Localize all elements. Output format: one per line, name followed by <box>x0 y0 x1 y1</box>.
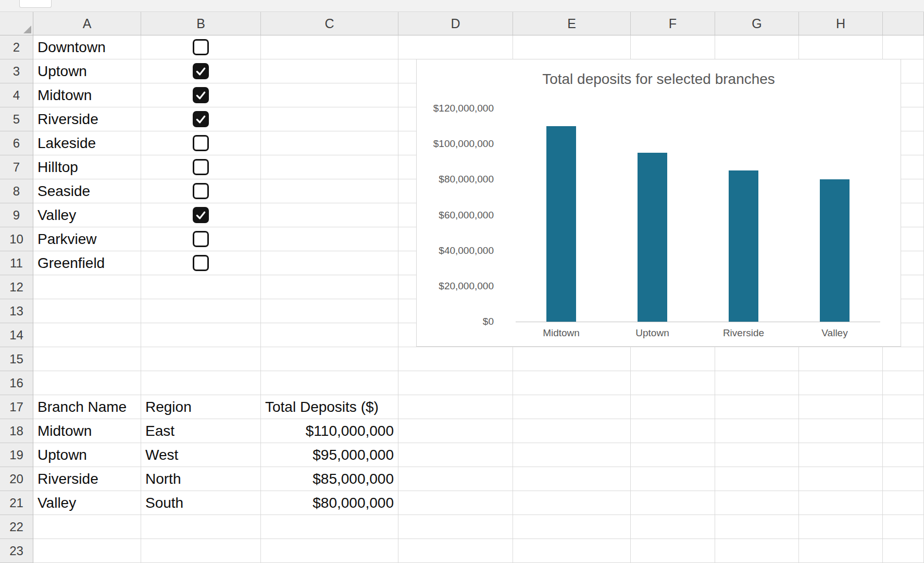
cell-B11[interactable] <box>141 251 261 275</box>
row-header-5[interactable]: 5 <box>0 107 33 131</box>
cell-H23[interactable] <box>799 539 883 563</box>
row-header-13[interactable]: 13 <box>0 299 33 323</box>
row-header-23[interactable]: 23 <box>0 539 33 563</box>
cell-B3[interactable] <box>141 59 261 83</box>
checkbox-lakeside[interactable] <box>193 135 209 151</box>
cell-B17[interactable]: Region <box>141 395 261 419</box>
bar-riverside[interactable] <box>729 170 758 322</box>
cell-B7[interactable] <box>141 155 261 179</box>
cell-H18[interactable] <box>799 419 883 443</box>
cell-A7[interactable]: Hilltop <box>33 155 141 179</box>
cell-A3[interactable]: Uptown <box>33 59 141 83</box>
column-header-D[interactable]: D <box>398 12 513 35</box>
cell-G18[interactable] <box>715 419 799 443</box>
row-header-4[interactable]: 4 <box>0 83 33 107</box>
cell-G16[interactable] <box>715 371 799 395</box>
cell-I16[interactable] <box>883 371 924 395</box>
cell-I19[interactable] <box>883 443 924 467</box>
cell-B20[interactable]: North <box>141 467 261 491</box>
cell-G2[interactable] <box>715 35 799 59</box>
cell-A8[interactable]: Seaside <box>33 179 141 203</box>
cell-H22[interactable] <box>799 515 883 539</box>
cell-F15[interactable] <box>631 347 715 371</box>
cell-C10[interactable] <box>261 227 398 251</box>
cell-D18[interactable] <box>398 419 513 443</box>
cell-B13[interactable] <box>141 299 261 323</box>
cell-B6[interactable] <box>141 131 261 155</box>
cell-H21[interactable] <box>799 491 883 515</box>
bar-midtown[interactable] <box>546 126 576 322</box>
cell-I2[interactable] <box>883 35 924 59</box>
cell-C4[interactable] <box>261 83 398 107</box>
cell-B5[interactable] <box>141 107 261 131</box>
cell-C5[interactable] <box>261 107 398 131</box>
checkbox-seaside[interactable] <box>193 183 209 199</box>
cell-H20[interactable] <box>799 467 883 491</box>
column-header-A[interactable]: A <box>33 12 141 35</box>
cell-I17[interactable] <box>883 395 924 419</box>
column-header-E[interactable]: E <box>513 12 631 35</box>
cell-D15[interactable] <box>398 347 513 371</box>
checkbox-parkview[interactable] <box>193 231 209 247</box>
cell-F16[interactable] <box>631 371 715 395</box>
row-header-18[interactable]: 18 <box>0 419 33 443</box>
row-header-19[interactable]: 19 <box>0 443 33 467</box>
cell-F23[interactable] <box>631 539 715 563</box>
cell-A13[interactable] <box>33 299 141 323</box>
cell-A9[interactable]: Valley <box>33 203 141 227</box>
cell-B16[interactable] <box>141 371 261 395</box>
column-header-H[interactable]: H <box>799 12 883 35</box>
cell-I20[interactable] <box>883 467 924 491</box>
cell-D21[interactable] <box>398 491 513 515</box>
cell-A2[interactable]: Downtown <box>33 35 141 59</box>
row-header-6[interactable]: 6 <box>0 131 33 155</box>
cell-H16[interactable] <box>799 371 883 395</box>
cell-C22[interactable] <box>261 515 398 539</box>
cell-B2[interactable] <box>141 35 261 59</box>
cell-B15[interactable] <box>141 347 261 371</box>
checkbox-valley[interactable] <box>193 207 209 223</box>
cell-C16[interactable] <box>261 371 398 395</box>
cell-E16[interactable] <box>513 371 631 395</box>
cell-C2[interactable] <box>261 35 398 59</box>
cell-C11[interactable] <box>261 251 398 275</box>
column-header-F[interactable]: F <box>631 12 715 35</box>
cell-C7[interactable] <box>261 155 398 179</box>
cell-E15[interactable] <box>513 347 631 371</box>
cell-E18[interactable] <box>513 419 631 443</box>
cell-B14[interactable] <box>141 323 261 347</box>
column-header-stub[interactable] <box>883 12 924 35</box>
cell-C23[interactable] <box>261 539 398 563</box>
cell-A12[interactable] <box>33 275 141 299</box>
cell-C20[interactable]: $85,000,000 <box>261 467 398 491</box>
cell-B19[interactable]: West <box>141 443 261 467</box>
cell-I22[interactable] <box>883 515 924 539</box>
cell-E20[interactable] <box>513 467 631 491</box>
row-header-11[interactable]: 11 <box>0 251 33 275</box>
cell-A18[interactable]: Midtown <box>33 419 141 443</box>
row-header-8[interactable]: 8 <box>0 179 33 203</box>
cell-D17[interactable] <box>398 395 513 419</box>
cell-I15[interactable] <box>883 347 924 371</box>
checkbox-riverside[interactable] <box>193 111 209 127</box>
cell-C18[interactable]: $110,000,000 <box>261 419 398 443</box>
cell-C3[interactable] <box>261 59 398 83</box>
checkbox-midtown[interactable] <box>193 87 209 103</box>
cell-E23[interactable] <box>513 539 631 563</box>
cell-F21[interactable] <box>631 491 715 515</box>
cell-E17[interactable] <box>513 395 631 419</box>
cell-A23[interactable] <box>33 539 141 563</box>
cell-A6[interactable]: Lakeside <box>33 131 141 155</box>
cell-C15[interactable] <box>261 347 398 371</box>
cell-A14[interactable] <box>33 323 141 347</box>
select-all-corner[interactable] <box>0 12 33 35</box>
column-header-B[interactable]: B <box>141 12 261 35</box>
cell-F20[interactable] <box>631 467 715 491</box>
bar-valley[interactable] <box>820 179 850 322</box>
cell-C21[interactable]: $80,000,000 <box>261 491 398 515</box>
cell-I18[interactable] <box>883 419 924 443</box>
cell-A5[interactable]: Riverside <box>33 107 141 131</box>
row-header-9[interactable]: 9 <box>0 203 33 227</box>
cell-A17[interactable]: Branch Name <box>33 395 141 419</box>
cell-H15[interactable] <box>799 347 883 371</box>
